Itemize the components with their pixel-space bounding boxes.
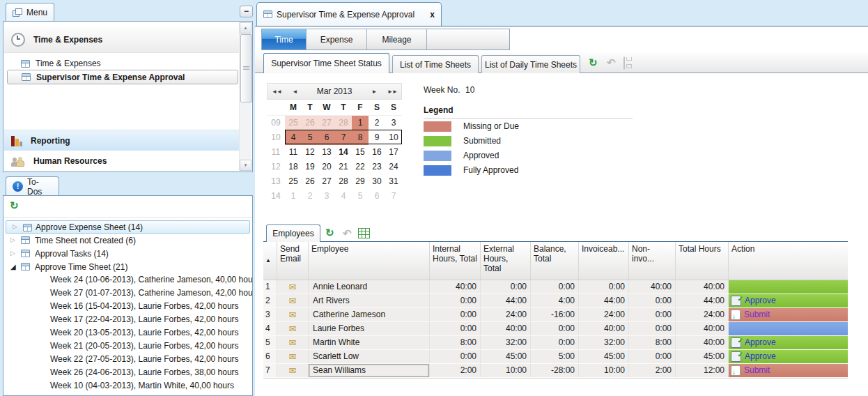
send-email-cell[interactable]: ✉ — [277, 308, 309, 321]
grid-view-icon[interactable] — [358, 228, 370, 238]
refresh-icon[interactable]: ↻ — [589, 57, 598, 68]
send-email-cell[interactable]: ✉ — [277, 364, 309, 377]
email-icon[interactable]: ✉ — [289, 365, 297, 376]
todo-week-item[interactable]: Week 10 (04-03-2013), Martin White, 40,0… — [4, 379, 251, 393]
calendar-day[interactable]: 1 — [285, 189, 302, 204]
column-header-non-invoiceable[interactable]: Non-invo... — [629, 242, 676, 280]
row-number[interactable]: 1 — [263, 280, 277, 294]
minimize-button[interactable]: − — [240, 6, 253, 17]
calendar-day[interactable]: 5 — [352, 189, 369, 204]
approve-link[interactable]: Approve — [745, 336, 776, 349]
collapsed-caret-icon[interactable]: ▷ — [10, 247, 15, 260]
calendar-day[interactable]: 29 — [352, 174, 369, 189]
send-email-cell[interactable]: ✉ — [277, 350, 309, 363]
tree-node-approval-tasks[interactable]: ▷ Approval Tasks (14) — [4, 247, 251, 260]
calendar-day[interactable]: 1 — [352, 116, 369, 130]
next-year-icon[interactable]: ►► — [383, 89, 401, 95]
close-icon[interactable]: x — [430, 10, 435, 19]
send-email-cell[interactable]: ✉ — [277, 336, 309, 349]
approve-link[interactable]: Approve — [745, 294, 776, 307]
sidebar-scrollbar[interactable]: ▲ ▼ — [239, 22, 251, 171]
todo-week-item[interactable]: Week 26 (24-06-2013), Laurie Forbes, 38,… — [4, 366, 251, 379]
tab-list-of-daily-time-sheets[interactable]: List of Daily Time Sheets — [481, 55, 580, 73]
tab-supervisor-time-sheet-status[interactable]: Supervisor Time Sheet Status — [263, 53, 389, 73]
column-header-total-hours[interactable]: Total Hours — [676, 242, 729, 280]
group-header-time-expenses[interactable]: Time & Expenses — [4, 27, 240, 53]
calendar-day[interactable]: 6 — [318, 130, 335, 145]
calendar-day[interactable]: 19 — [302, 160, 318, 174]
menu-tab[interactable]: Menu — [6, 3, 54, 22]
email-icon[interactable]: ✉ — [289, 310, 297, 320]
row-number[interactable]: 2 — [263, 294, 277, 307]
group-header-human-resources[interactable]: Human Resources — [4, 151, 240, 172]
calendar-day[interactable]: 10 — [385, 130, 402, 145]
document-tab[interactable]: Supervisor Time & Expense Approval x — [256, 2, 442, 26]
calendar-day[interactable]: 3 — [318, 189, 335, 204]
todo-week-item[interactable]: Week 24 (10-06-2013), Catherine Jameson,… — [4, 273, 251, 287]
calendar-day[interactable]: 17 — [385, 145, 402, 160]
calendar-day[interactable]: 27 — [318, 174, 335, 189]
calendar-day[interactable]: 16 — [369, 145, 385, 160]
calendar-day[interactable]: 7 — [385, 189, 402, 204]
todo-week-item[interactable]: Week 22 (27-05-2013), Laurie Forbes, 42,… — [4, 353, 251, 366]
save-icon[interactable] — [623, 56, 625, 70]
undo-icon[interactable]: ↶ — [343, 227, 352, 240]
calendar-day[interactable]: 26 — [302, 116, 318, 130]
tree-node-approve-time-sheet[interactable]: ◢ Approve Time Sheet (21) — [4, 260, 251, 273]
calendar-day[interactable]: 22 — [352, 160, 369, 174]
column-header-balance[interactable]: Balance, Total — [531, 242, 579, 280]
row-number[interactable]: 4 — [263, 322, 277, 335]
calendar-day[interactable]: 25 — [285, 174, 302, 189]
calendar-day[interactable]: 13 — [318, 145, 335, 160]
calendar-day[interactable]: 8 — [352, 130, 369, 145]
column-header-internal-hours[interactable]: Internal Hours, Total — [430, 242, 481, 280]
column-header-external-hours[interactable]: External Hours, Total — [481, 242, 531, 280]
refresh-icon[interactable]: ↻ — [10, 200, 19, 211]
sidebar-item-time-expenses[interactable]: Time & Expenses — [4, 56, 240, 70]
calendar-day-today[interactable]: 14 — [335, 145, 352, 160]
employee-cell[interactable]: Scarlett Low — [309, 350, 430, 363]
send-email-cell[interactable]: ✉ — [277, 294, 309, 307]
calendar-day[interactable]: 23 — [369, 160, 385, 174]
employee-cell[interactable]: Annie Leonard — [309, 280, 430, 294]
column-header-employee[interactable]: Employee — [309, 242, 430, 280]
row-number[interactable]: 5 — [263, 336, 277, 349]
calendar-day[interactable]: 12 — [302, 145, 318, 160]
calendar-day[interactable]: 28 — [335, 116, 352, 130]
employee-cell[interactable]: Catherine Jameson — [309, 308, 430, 321]
column-header-invoiceable[interactable]: Invoiceab... — [579, 242, 629, 280]
collapsed-caret-icon[interactable]: ▷ — [13, 220, 17, 234]
submit-link[interactable]: Submit — [744, 364, 770, 377]
scrollbar-up-arrow[interactable]: ▲ — [240, 22, 251, 33]
email-icon[interactable]: ✉ — [289, 282, 297, 292]
calendar-day[interactable]: 6 — [369, 189, 385, 204]
calendar-day[interactable]: 30 — [369, 174, 385, 189]
tab-time[interactable]: Time — [262, 29, 307, 50]
calendar-day[interactable]: 2 — [369, 116, 385, 130]
calendar-day[interactable]: 9 — [369, 130, 385, 145]
send-email-cell[interactable]: ✉ — [277, 280, 309, 294]
employee-cell[interactable]: Laurie Forbes — [309, 322, 430, 335]
email-icon[interactable]: ✉ — [289, 323, 297, 334]
submit-link[interactable]: Submit — [744, 308, 770, 321]
approve-link[interactable]: Approve — [745, 350, 776, 363]
calendar-day[interactable]: 15 — [352, 145, 369, 160]
calendar-day[interactable]: 5 — [302, 130, 318, 145]
row-number[interactable]: 3 — [263, 308, 277, 321]
tree-node-timesheet-not-created[interactable]: ▷ Time Sheet not Created (6) — [4, 234, 251, 247]
calendar-day[interactable]: 27 — [318, 116, 335, 130]
todos-tab[interactable]: ! To-Dos — [6, 176, 59, 196]
refresh-icon[interactable]: ↻ — [325, 227, 334, 238]
collapsed-caret-icon[interactable]: ▷ — [10, 234, 15, 247]
email-icon[interactable]: ✉ — [289, 337, 297, 348]
next-month-icon[interactable]: ► — [365, 89, 383, 95]
calendar-day[interactable]: 3 — [385, 116, 402, 130]
tab-expense[interactable]: Expense — [307, 29, 367, 50]
expanded-caret-icon[interactable]: ◢ — [10, 260, 16, 273]
email-icon[interactable]: ✉ — [289, 351, 297, 362]
prev-month-icon[interactable]: ◄ — [286, 89, 304, 95]
row-number[interactable]: 7 — [263, 364, 277, 377]
row-number[interactable]: 6 — [263, 350, 277, 363]
send-email-cell[interactable]: ✉ — [277, 322, 309, 335]
todo-week-item[interactable]: Week 16 (15-04-2013), Laurie Forbes, 42,… — [4, 300, 251, 313]
